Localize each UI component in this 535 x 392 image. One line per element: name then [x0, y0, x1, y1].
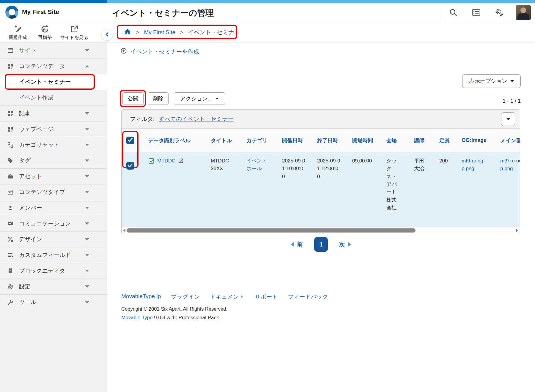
site-name[interactable]: My First Site	[22, 8, 59, 15]
column-header-capacity[interactable]: 定員	[439, 137, 462, 144]
sidebar-item-member[interactable]: メンバー	[0, 200, 107, 216]
sidebar-item-label: カテゴリセット	[19, 141, 59, 149]
column-header-title[interactable]: タイトル	[211, 137, 246, 144]
cell-start-datetime: 2025-09-01 10:00:00	[282, 152, 317, 226]
sidebar-item-label: アセット	[19, 173, 42, 180]
cell-main-image: mt9-rc-ogp.png	[500, 152, 520, 226]
edit-icon[interactable]	[178, 157, 184, 166]
search-icon	[449, 14, 458, 18]
create-event-link[interactable]: イベント・セミナーを作成	[120, 47, 199, 56]
sidebar-item-event-create[interactable]: イベント作成	[0, 90, 107, 105]
content-data-icon	[7, 63, 14, 69]
delete-button[interactable]: 削除	[148, 92, 169, 105]
sidebar-item-label: サイト	[19, 47, 36, 54]
webpage-icon	[7, 126, 14, 132]
view-site-button[interactable]: サイトを見る	[59, 23, 89, 41]
filter-value-link[interactable]: すべてのイベント・セミナー	[159, 115, 234, 123]
cell-title: MTDDC20XX	[211, 152, 246, 226]
sidebar-item-webpage[interactable]: ウェブページ	[0, 121, 107, 137]
sidebar-item-entry[interactable]: 記事	[0, 105, 107, 121]
sidebar-item-settings[interactable]: 設定	[0, 279, 107, 294]
column-header-og-image[interactable]: OG:image	[462, 137, 500, 143]
sidebar-item-tag[interactable]: タグ	[0, 153, 107, 168]
footer-link-documentation[interactable]: ドキュメント	[210, 293, 245, 301]
column-header-venue[interactable]: 会場	[386, 137, 414, 144]
scroll-left-arrow-icon[interactable]	[123, 229, 125, 232]
movable-type-version-link[interactable]: Movable Type	[121, 315, 153, 320]
prev-arrow-icon	[291, 242, 294, 247]
search-button[interactable]	[448, 7, 459, 18]
column-header-open-time[interactable]: 開場時間	[352, 137, 386, 144]
delete-label: 削除	[153, 95, 163, 102]
filter-dropdown-button[interactable]	[501, 112, 515, 126]
caret-down-icon	[506, 118, 510, 120]
chevron-down-icon	[85, 254, 89, 256]
chevron-down-icon	[85, 222, 89, 225]
category-link[interactable]: イベントホール	[246, 157, 269, 173]
design-icon	[7, 236, 14, 243]
check-icon	[126, 162, 134, 170]
row-checkbox[interactable]	[126, 162, 134, 170]
cell-data-label: MTDDC	[148, 152, 211, 226]
og-image-link[interactable]: mt9-rc-ogp.png	[462, 157, 487, 173]
sidebar-item-content-type[interactable]: コンテンツタイプ	[0, 184, 107, 200]
sidebar-item-custom-field[interactable]: カスタムフィールド	[0, 247, 107, 263]
main-content: > My First Site > イベント・セミナー イベント・セミナーを作成…	[107, 22, 535, 392]
footer-link-support[interactable]: サポート	[255, 293, 278, 301]
sidebar-item-asset[interactable]: アセット	[0, 168, 107, 184]
select-all-checkbox[interactable]	[126, 137, 134, 144]
main-image-link[interactable]: mt9-rc-ogp.png	[500, 157, 520, 173]
home-icon[interactable]	[124, 28, 131, 37]
next-page-button[interactable]: 次	[339, 241, 351, 249]
caret-down-icon	[215, 98, 219, 100]
footer-link-feedback[interactable]: フィードバック	[288, 293, 328, 301]
tag-icon	[7, 157, 14, 164]
select-all-cell	[122, 137, 148, 144]
avatar-head	[520, 7, 526, 13]
column-header-main-image[interactable]: メイン画像	[500, 137, 520, 144]
sidebar-collapse-button[interactable]	[102, 29, 113, 40]
sidebar-item-site[interactable]: サイト	[0, 42, 107, 58]
sidebar: 新規作成 再構築 サイトを見る サイト コンテンツデータ	[0, 22, 107, 392]
column-header-lecturer[interactable]: 講師	[414, 137, 439, 144]
rebuild-button[interactable]: 再構築	[35, 23, 55, 41]
data-label-link[interactable]: MTDDC	[157, 157, 175, 165]
sidebar-item-event-seminar[interactable]: イベント・セミナー	[0, 74, 107, 90]
header-icon-divider	[442, 6, 442, 20]
create-new-button[interactable]: 新規作成	[6, 23, 30, 41]
gears-icon	[494, 14, 504, 18]
user-avatar[interactable]	[516, 5, 531, 20]
publish-button[interactable]: 公開	[122, 92, 144, 105]
result-count: 1 - 1 / 1	[476, 98, 521, 104]
sidebar-item-design[interactable]: デザイン	[0, 231, 107, 247]
sidebar-item-label: コンテンツデータ	[19, 62, 65, 70]
column-header-start[interactable]: 開催日時	[282, 137, 317, 144]
sidebar-item-communication[interactable]: コミュニケーション	[0, 216, 107, 231]
published-status-icon	[148, 157, 155, 167]
sidebar-item-label: デザイン	[19, 235, 42, 243]
sidebar-item-block-editor[interactable]: ブロックエディタ	[0, 263, 107, 279]
column-header-end[interactable]: 終了日時	[317, 137, 352, 144]
scroll-right-arrow-icon[interactable]	[516, 229, 518, 232]
list-panel-button[interactable]	[471, 7, 482, 18]
display-options-button[interactable]: 表示オプション	[462, 74, 521, 88]
asset-icon	[7, 173, 14, 180]
cell-venue: シックス・アパート株式会社	[386, 152, 414, 226]
sidebar-item-label: カスタムフィールド	[19, 251, 71, 259]
current-page-button[interactable]: 1	[314, 237, 328, 252]
system-settings-button[interactable]	[493, 7, 505, 18]
actions-dropdown-button[interactable]: アクション...	[174, 92, 225, 105]
pagination: 前 1 次	[107, 237, 535, 252]
column-header-data-label[interactable]: データ識別ラベル	[148, 137, 211, 144]
prev-page-button[interactable]: 前	[291, 241, 303, 249]
next-arrow-icon	[348, 242, 351, 247]
sidebar-item-category-set[interactable]: カテゴリセット	[0, 137, 107, 153]
footer-link-plugins[interactable]: プラグイン	[171, 293, 200, 301]
sidebar-item-content-data[interactable]: コンテンツデータ	[0, 58, 107, 74]
column-header-category[interactable]: カテゴリ	[246, 137, 282, 144]
footer-link-movabletype[interactable]: MovableType.jp	[121, 293, 161, 301]
scrollbar-thumb[interactable]	[127, 228, 416, 233]
sidebar-item-tools[interactable]: ツール	[0, 294, 107, 310]
breadcrumb-site-link[interactable]: My First Site	[144, 29, 176, 36]
movable-type-logo-icon[interactable]	[5, 6, 18, 19]
